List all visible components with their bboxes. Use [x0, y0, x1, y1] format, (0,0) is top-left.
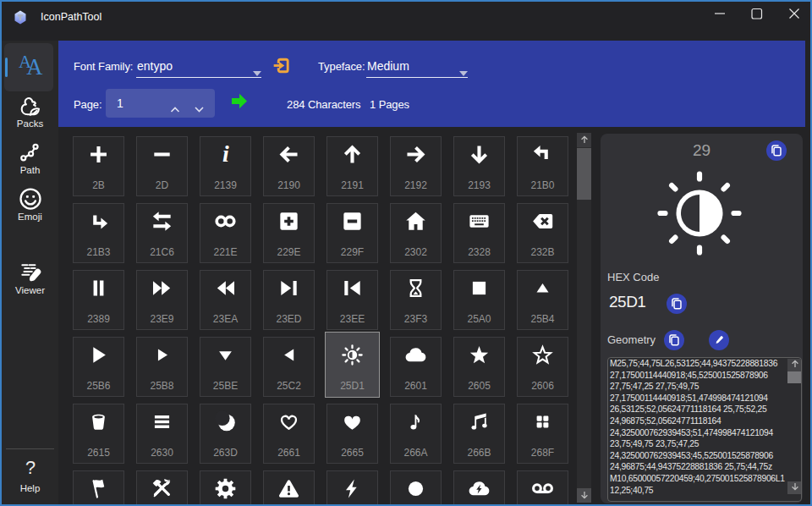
- svg-text:?: ?: [25, 458, 35, 478]
- svg-text:i: i: [222, 142, 229, 167]
